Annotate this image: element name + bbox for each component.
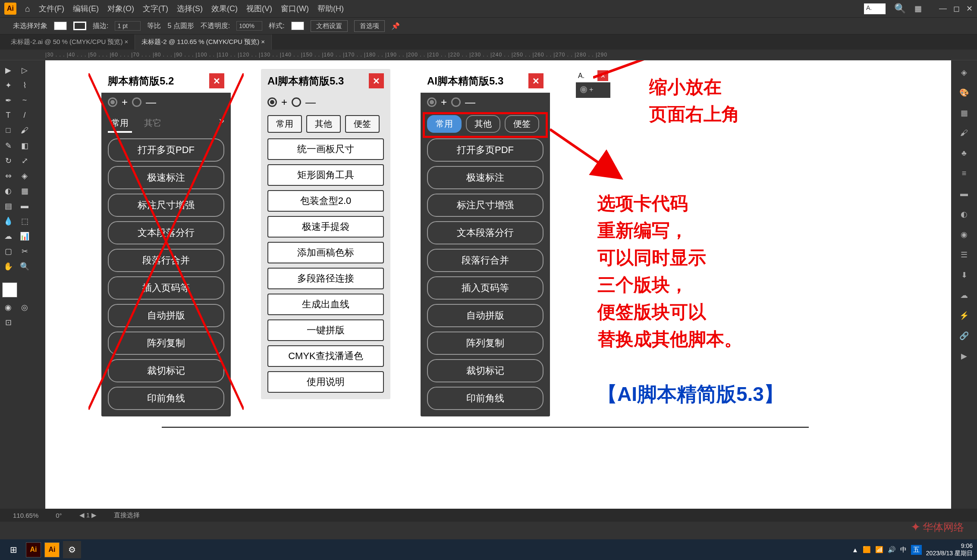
eraser-tool[interactable]: ◧: [16, 138, 33, 153]
plus-icon[interactable]: +: [281, 96, 287, 108]
home-icon[interactable]: ⌂: [25, 4, 30, 14]
symbol-tool[interactable]: ☁: [0, 228, 16, 244]
type-tool[interactable]: T: [0, 108, 16, 123]
taskbar-ai-2[interactable]: Ai: [44, 542, 60, 557]
doc-setup-button[interactable]: 文档设置: [311, 20, 348, 32]
tab-common[interactable]: 常用: [267, 115, 302, 133]
mini-panel-docked[interactable]: A.: [864, 3, 886, 14]
slice-tool[interactable]: ✂: [16, 244, 33, 259]
blend-tool[interactable]: ⬚: [16, 213, 33, 228]
menu-type[interactable]: 文字(T): [143, 3, 168, 14]
clock[interactable]: 9:062023/8/13 星期日: [926, 542, 973, 557]
zoom-level[interactable]: 110.65%: [13, 512, 38, 519]
brushes-icon[interactable]: 🖌: [957, 125, 972, 141]
magic-wand-tool[interactable]: ✦: [0, 78, 16, 93]
btn-fast-annotate[interactable]: 极速标注: [427, 166, 543, 189]
uniform-label[interactable]: 等比: [147, 22, 161, 31]
hand-tool[interactable]: ✋: [0, 259, 16, 274]
screen-mode[interactable]: ⊡: [0, 315, 16, 330]
btn-merge-lines[interactable]: 段落行合并: [427, 249, 543, 272]
radio-off[interactable]: [292, 97, 301, 107]
gradient-icon[interactable]: ▬: [957, 186, 972, 201]
rotate-indicator[interactable]: 0°: [56, 512, 62, 519]
stroke-weight-input[interactable]: [115, 21, 141, 31]
btn-open-pdf[interactable]: 打开多页PDF: [427, 138, 543, 162]
btn-crop-marks[interactable]: 裁切标记: [108, 359, 224, 382]
opacity-input[interactable]: [236, 21, 262, 31]
minus-icon[interactable]: —: [305, 96, 316, 108]
close-button[interactable]: ✕: [966, 4, 973, 13]
tray-volume-icon[interactable]: 🔊: [888, 546, 896, 554]
shape-builder-tool[interactable]: ◐: [0, 183, 16, 198]
menu-select[interactable]: 选择(S): [177, 3, 203, 14]
btn-open-pdf[interactable]: 打开多页PDF: [108, 138, 224, 162]
tab-common[interactable]: 常用: [427, 115, 462, 133]
start-button[interactable]: ⊞: [4, 541, 22, 558]
selection-tool[interactable]: ▶: [0, 63, 16, 78]
tray-ime-icon[interactable]: 中: [900, 546, 907, 554]
btn-unify-artboard[interactable]: 统一画板尺寸: [267, 138, 384, 160]
minimize-button[interactable]: —: [939, 4, 947, 13]
btn-fast-annotate[interactable]: 极速标注: [108, 166, 224, 189]
btn-array-copy[interactable]: 阵列复制: [427, 332, 543, 355]
tab-notes[interactable]: 便签: [505, 115, 539, 133]
width-tool[interactable]: ⇔: [0, 168, 16, 183]
btn-package-box[interactable]: 包装盒型2.0: [267, 190, 384, 212]
fill-stroke-swatch[interactable]: [2, 282, 17, 297]
btn-text-split[interactable]: 文本段落分行: [108, 221, 224, 244]
menu-object[interactable]: 对象(O): [107, 3, 134, 14]
prefs-button[interactable]: 首选项: [354, 20, 385, 32]
close-icon[interactable]: ✕: [369, 73, 384, 88]
btn-cmyk-pantone[interactable]: CMYK查找潘通色: [267, 345, 384, 367]
tab-other[interactable]: 其他: [466, 115, 500, 133]
taskbar-ai-1[interactable]: Ai: [26, 542, 41, 557]
btn-corner-marks[interactable]: 印前角线: [427, 387, 543, 410]
close-icon[interactable]: ✕: [597, 70, 608, 81]
radio-off[interactable]: [132, 97, 141, 107]
appearance-icon[interactable]: ◉: [957, 227, 972, 242]
btn-manual[interactable]: 使用说明: [267, 371, 384, 393]
radio-on[interactable]: [580, 86, 587, 93]
libraries-icon[interactable]: ☁: [957, 288, 972, 303]
color-icon[interactable]: 🎨: [957, 85, 972, 100]
btn-corner-marks[interactable]: 印前角线: [108, 387, 224, 410]
brush-tool[interactable]: 🖌: [16, 123, 33, 138]
tray-network-icon[interactable]: 📶: [875, 546, 883, 554]
color-mode[interactable]: ◉: [0, 300, 16, 315]
btn-shopping-bag[interactable]: 极速手提袋: [267, 216, 384, 238]
close-icon[interactable]: ✕: [209, 73, 224, 88]
play-icon[interactable]: ▶: [957, 348, 972, 363]
plus-icon[interactable]: +: [589, 86, 593, 94]
btn-text-split[interactable]: 文本段落分行: [427, 221, 543, 244]
minus-icon[interactable]: —: [465, 96, 475, 108]
symbols-icon[interactable]: ♣: [957, 146, 972, 161]
menu-view[interactable]: 视图(V): [246, 3, 272, 14]
menu-effect[interactable]: 效果(C): [211, 3, 238, 14]
menu-window[interactable]: 窗口(W): [281, 3, 309, 14]
btn-array-copy[interactable]: 阵列复制: [108, 332, 224, 355]
scale-tool[interactable]: ⤢: [16, 153, 33, 168]
arrange-icon[interactable]: ▦: [914, 4, 922, 13]
pin-icon[interactable]: 📌: [391, 22, 400, 30]
close-icon[interactable]: ✕: [528, 73, 543, 88]
btn-dimension[interactable]: 标注尺寸增强: [427, 194, 543, 217]
btn-page-number[interactable]: 插入页码等: [427, 276, 543, 300]
btn-one-click-imposition[interactable]: 一键拼版: [267, 319, 384, 341]
btn-add-swatch[interactable]: 添加画稿色标: [267, 242, 384, 263]
btn-auto-imposition[interactable]: 自动拼版: [427, 304, 543, 327]
actions-icon[interactable]: ⚡: [957, 308, 972, 323]
properties-icon[interactable]: ◈: [957, 65, 972, 80]
tray-ime-icon[interactable]: 五: [911, 545, 922, 555]
brush-preset[interactable]: 5 点圆形: [167, 22, 194, 31]
radio-on[interactable]: [108, 97, 117, 107]
btn-merge-lines[interactable]: 段落行合并: [108, 249, 224, 272]
plus-icon[interactable]: +: [122, 96, 128, 108]
asset-icon[interactable]: ⬇: [957, 267, 972, 282]
btn-dimension[interactable]: 标注尺寸增强: [108, 194, 224, 217]
tray-icon[interactable]: 🟧: [863, 546, 871, 554]
taskbar-app[interactable]: ⚙: [63, 541, 81, 558]
swatches-icon[interactable]: ▦: [957, 105, 972, 120]
doc-tab-1[interactable]: 未标题-2.ai @ 50 % (CMYK/CPU 预览) ×: [4, 34, 135, 50]
radio-off[interactable]: [451, 97, 461, 107]
artboard-tool[interactable]: ▢: [0, 244, 16, 259]
